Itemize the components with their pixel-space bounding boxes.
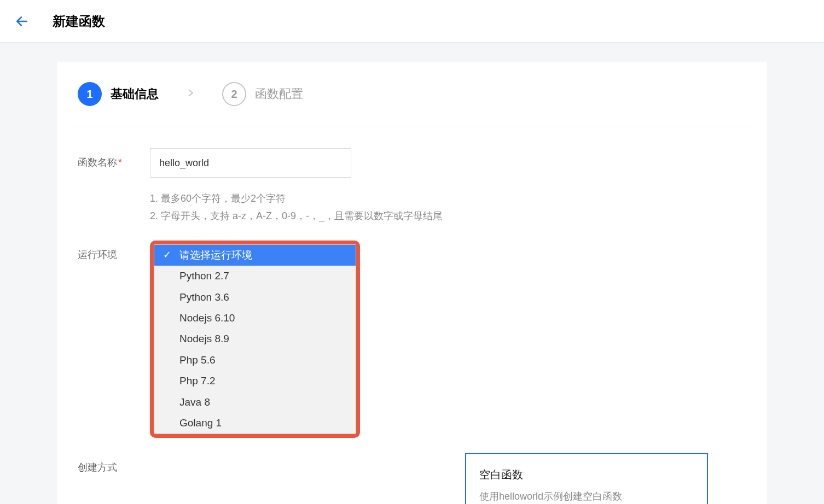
step-indicator: 1 基础信息 2 函数配置: [67, 82, 757, 126]
hint-line-2: 2. 字母开头，支持 a-z，A-Z，0-9，-，_，且需要以数字或字母结尾: [150, 207, 746, 225]
runtime-dropdown[interactable]: 请选择运行环境 Python 2.7 Python 3.6 Nodejs 6.1…: [154, 244, 356, 435]
page-header: 新建函数: [0, 0, 824, 43]
runtime-option-nodejs89[interactable]: Nodejs 8.9: [154, 329, 356, 349]
row-runtime: 运行环境 请选择运行环境 Python 2.7 Python 3.6 Nodej…: [67, 241, 757, 438]
label-creation-method: 创建方式: [78, 453, 150, 504]
runtime-option-php56[interactable]: Php 5.6: [154, 350, 356, 371]
step-2-label: 函数配置: [255, 86, 303, 102]
step-2-number: 2: [222, 82, 246, 106]
step-1[interactable]: 1 基础信息: [78, 82, 159, 106]
runtime-option-php72[interactable]: Php 7.2: [154, 371, 356, 391]
runtime-option-python36[interactable]: Python 3.6: [154, 287, 356, 308]
chevron-right-icon: [186, 86, 195, 102]
row-creation-method: 创建方式 空白函数 使用helloworld示例创建空白函数: [67, 453, 757, 504]
function-name-input[interactable]: [150, 148, 351, 178]
form-card: 1 基础信息 2 函数配置 函数名称* 1. 最多60个字符，最少2个字符: [57, 62, 767, 504]
name-hints: 1. 最多60个字符，最少2个字符 2. 字母开头，支持 a-z，A-Z，0-9…: [150, 190, 746, 225]
creation-card-title: 空白函数: [479, 467, 694, 482]
runtime-option-python27[interactable]: Python 2.7: [154, 266, 356, 286]
label-runtime: 运行环境: [78, 241, 150, 438]
runtime-option-nodejs610[interactable]: Nodejs 6.10: [154, 308, 356, 329]
runtime-option-java8[interactable]: Java 8: [154, 392, 356, 413]
hint-line-1: 1. 最多60个字符，最少2个字符: [150, 190, 746, 207]
back-button[interactable]: [13, 13, 31, 30]
runtime-dropdown-highlight: 请选择运行环境 Python 2.7 Python 3.6 Nodejs 6.1…: [150, 241, 360, 438]
page-title: 新建函数: [53, 13, 105, 30]
step-1-label: 基础信息: [111, 86, 159, 102]
creation-card-blank[interactable]: 空白函数 使用helloworld示例创建空白函数: [465, 453, 708, 504]
arrow-left-icon: [15, 14, 29, 28]
runtime-option-placeholder[interactable]: 请选择运行环境: [154, 245, 356, 266]
step-1-number: 1: [78, 82, 102, 106]
step-2[interactable]: 2 函数配置: [222, 82, 303, 106]
required-asterisk: *: [118, 157, 122, 168]
runtime-option-golang1[interactable]: Golang 1: [154, 413, 356, 433]
creation-card-desc: 使用helloworld示例创建空白函数: [479, 490, 694, 503]
row-function-name: 函数名称* 1. 最多60个字符，最少2个字符 2. 字母开头，支持 a-z，A…: [67, 148, 757, 225]
label-function-name: 函数名称*: [78, 148, 150, 225]
